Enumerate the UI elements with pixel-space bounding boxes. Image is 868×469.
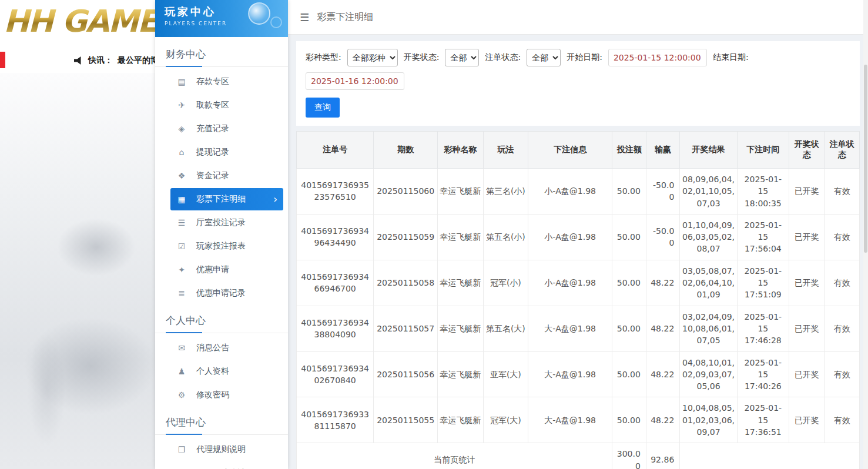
sidebar-item-lottery-bet-details[interactable]: ▦彩票下注明细› <box>170 188 283 210</box>
cell-win-loss: 48.22 <box>646 306 679 351</box>
end-date-label: 结束日期: <box>713 52 749 63</box>
deposit-card-icon: ▤ <box>176 77 187 86</box>
sidebar-item-agent-team-stats[interactable]: ❒代理团队统计 <box>170 462 283 469</box>
column-header-period: 期数 <box>374 132 438 169</box>
end-date-input[interactable] <box>306 72 404 90</box>
sidebar-item-recharge-records[interactable]: ◈充值记录 <box>170 118 283 140</box>
cell-bet-id: 401569173693466946700 <box>297 260 374 306</box>
query-button[interactable]: 查询 <box>306 98 340 118</box>
sidebar-item-label: 个人资料 <box>196 366 229 377</box>
cell-bet-info: 小-A盘@1.98 <box>528 169 612 215</box>
cell-lottery-name: 幸运飞艇新 <box>438 169 484 215</box>
cell-lottery-name: 幸运飞艇新 <box>438 351 484 397</box>
cell-win-loss: 48.22 <box>646 351 679 397</box>
summary-row: 当前页统计300.0092.86 <box>297 443 860 469</box>
cell-bet-info: 小-A盘@1.98 <box>528 260 612 306</box>
cell-period: 20250115060 <box>374 169 438 215</box>
page-scrollbar[interactable] <box>863 0 868 469</box>
cell-bet-time: 2025-01-15 17:36:51 <box>737 397 789 443</box>
cell-bet-id: 401569173693523576510 <box>297 169 374 215</box>
sidebar-item-profile[interactable]: ♟个人资料 <box>170 360 283 383</box>
cell-draw-result: 08,09,06,04,02,01,10,05,07,03 <box>680 169 737 215</box>
filter-panel: 彩种类型: 全部彩种 开奖状态: 全部 注单状态: 全部 开始日期: 结束日期: <box>296 41 860 126</box>
sidebar-section-title: 代理中心 <box>155 407 288 435</box>
sidebar-item-label: 提现记录 <box>196 147 229 158</box>
menu-toggle-icon[interactable]: ☰ <box>300 11 309 24</box>
sidebar-item-label: 彩票下注明细 <box>196 194 246 205</box>
promo-apply-icon: ✦ <box>176 265 187 274</box>
column-header-bet-id: 注单号 <box>297 132 374 169</box>
cell-win-loss: 48.22 <box>646 397 679 443</box>
sidebar-item-funds-records[interactable]: ❖资金记录 <box>170 165 283 187</box>
cell-draw-status: 已开奖 <box>789 260 825 306</box>
cell-bet-info: 大-A盘@1.98 <box>528 397 612 443</box>
cell-bet-time: 2025-01-15 17:51:09 <box>737 260 789 306</box>
promo-records-icon: ≣ <box>176 289 187 298</box>
report-check-icon: ☑ <box>176 242 187 251</box>
table-row: 40156917369338111587020250115055幸运飞艇新冠军(… <box>297 397 860 443</box>
sidebar-item-label: 厅室投注记录 <box>196 217 246 228</box>
sidebar-item-label: 充值记录 <box>196 123 229 134</box>
summary-empty-cell <box>680 443 860 469</box>
sidebar-item-withdraw-zone[interactable]: ✈取款专区 <box>170 94 283 116</box>
lottery-type-select[interactable]: 全部彩种 <box>347 49 398 66</box>
page: { "colors": { "accent_blue": "#1778d9", … <box>0 0 868 469</box>
sidebar-section-title: 财务中心 <box>155 39 288 67</box>
cell-draw-result: 03,02,04,09,10,08,06,01,07,05 <box>680 306 737 351</box>
sidebar-item-withdrawal-records[interactable]: ⌂提现记录 <box>170 141 283 163</box>
table-row: 40156917369340267084020250115056幸运飞艇新亚军(… <box>297 351 860 397</box>
start-date-input[interactable] <box>608 49 707 66</box>
order-status-select[interactable]: 全部 <box>527 49 561 66</box>
cell-win-loss: -50.00 <box>646 169 679 215</box>
sidebar-item-promo-apply[interactable]: ✦优惠申请 <box>170 259 283 281</box>
cell-draw-status: 已开奖 <box>789 214 825 260</box>
cell-period: 20250115055 <box>374 397 438 443</box>
bets-table-body: 40156917369352357651020250115060幸运飞艇新第三名… <box>297 169 860 469</box>
scrollbar-thumb[interactable] <box>864 65 867 253</box>
cell-draw-status: 已开奖 <box>789 169 825 215</box>
cell-period: 20250115059 <box>374 214 438 260</box>
column-header-bet-amount: 投注额 <box>612 132 646 169</box>
news-ticker: 快讯： 最公平的博 <box>74 55 155 66</box>
start-date-label: 开始日期: <box>567 52 602 63</box>
password-gear-icon: ⚙ <box>176 390 187 400</box>
sidebar-item-change-password[interactable]: ⚙修改密码 <box>170 384 283 406</box>
cell-play-type: 亚军(大) <box>483 351 528 397</box>
cell-order-status: 有效 <box>825 169 860 215</box>
cell-bet-time: 2025-01-15 17:56:04 <box>737 214 789 260</box>
sidebar-item-deposit-zone[interactable]: ▤存款专区 <box>170 71 283 93</box>
filter-row: 彩种类型: 全部彩种 开奖状态: 全部 注单状态: 全部 开始日期: 结束日期: <box>306 49 850 90</box>
sidebar-item-player-bet-report[interactable]: ☑玩家投注报表 <box>170 235 283 257</box>
capitol-photo-background <box>0 73 155 469</box>
column-header-play-type: 玩法 <box>483 132 528 169</box>
topbar: ☰ 彩票下注明细 <box>288 0 868 35</box>
cell-play-type: 第三名(小) <box>483 169 528 215</box>
sidebar-item-promo-apply-records[interactable]: ≣优惠申请记录 <box>170 282 283 304</box>
hall-records-icon: ☰ <box>176 218 187 227</box>
table-row: 40156917369352357651020250115060幸运飞艇新第三名… <box>297 169 860 215</box>
cell-play-type: 冠军(大) <box>483 397 528 443</box>
sidebar-item-label: 存款专区 <box>196 76 229 87</box>
message-bell-icon: ✉ <box>176 343 187 353</box>
cell-lottery-name: 幸运飞艇新 <box>438 306 484 351</box>
sidebar-item-hall-bet-records[interactable]: ☰厅室投注记录 <box>170 212 283 234</box>
cell-bet-amount: 50.00 <box>612 351 646 397</box>
sidebar-item-agent-rules[interactable]: ❐代理规则说明 <box>170 438 283 461</box>
lottery-detail-icon: ▦ <box>176 195 187 204</box>
main-area: ☰ 彩票下注明细 彩种类型: 全部彩种 开奖状态: 全部 注单状态: 全部 <box>288 0 868 469</box>
cell-order-status: 有效 <box>825 397 860 443</box>
sidebar-item-label: 代理规则说明 <box>196 444 246 455</box>
cell-bet-amount: 50.00 <box>612 260 646 306</box>
cell-draw-result: 10,04,08,05,01,02,03,06,09,07 <box>680 397 737 443</box>
draw-status-select[interactable]: 全部 <box>445 49 479 66</box>
column-header-lottery-name: 彩种名称 <box>438 132 484 169</box>
cell-bet-time: 2025-01-15 18:00:35 <box>737 169 789 215</box>
sidebar-subtitle: PLAYERS CENTER <box>165 21 288 26</box>
site-logo: HH GAME <box>4 4 155 39</box>
speaker-icon <box>74 56 83 65</box>
ticker-label: 快讯： <box>88 55 113 66</box>
cell-bet-amount: 50.00 <box>612 306 646 351</box>
sidebar-item-label: 优惠申请记录 <box>196 288 246 299</box>
sidebar-item-messages[interactable]: ✉消息公告 <box>170 337 283 359</box>
summary-bet-total: 300.00 <box>612 443 646 469</box>
